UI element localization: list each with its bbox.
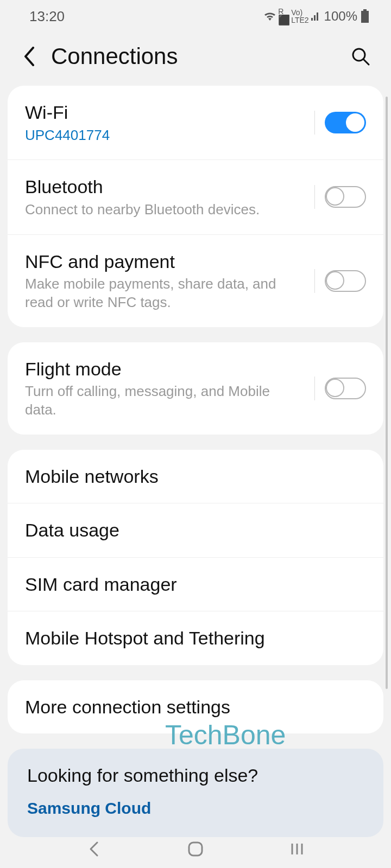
divider	[314, 185, 315, 209]
status-time: 13:20	[29, 8, 65, 25]
nfc-toggle[interactable]	[325, 270, 366, 292]
scrollbar[interactable]	[386, 97, 388, 689]
row-title: Bluetooth	[25, 175, 305, 199]
settings-group: Wi-FiUPC4401774BluetoothConnect to nearb…	[8, 86, 383, 327]
roaming-indicator: R⬛	[278, 8, 290, 25]
svg-rect-0	[363, 9, 367, 11]
row-body: Flight modeTurn off calling, messaging, …	[25, 358, 305, 419]
signal-icon	[310, 11, 321, 22]
toggle-thumb	[326, 271, 344, 290]
status-right: R⬛ Vo)LTE2 100%	[263, 8, 369, 25]
row-bluetooth[interactable]: BluetoothConnect to nearby Bluetooth dev…	[8, 159, 383, 234]
row-body: SIM card manager	[25, 573, 366, 596]
status-bar: 13:20 R⬛ Vo)LTE2 100%	[0, 0, 391, 33]
flight-mode-toggle[interactable]	[325, 378, 366, 399]
wifi-toggle[interactable]	[325, 112, 366, 133]
row-more-connection-settings[interactable]: More connection settings	[8, 680, 383, 734]
bluetooth-toggle[interactable]	[325, 186, 366, 208]
row-body: Mobile networks	[25, 465, 366, 488]
svg-point-2	[353, 49, 365, 61]
svg-rect-1	[361, 11, 369, 23]
row-subtitle: UPC4401774	[25, 126, 305, 145]
nav-back-button[interactable]	[78, 838, 110, 860]
nav-recents-button[interactable]	[281, 838, 313, 860]
row-sim-card-manager[interactable]: SIM card manager	[8, 557, 383, 611]
nav-home-icon	[187, 841, 204, 857]
row-body: Data usage	[25, 519, 366, 542]
suggestion-card: Looking for something else? Samsung Clou…	[8, 749, 383, 837]
row-title: More connection settings	[25, 695, 366, 719]
divider	[314, 269, 315, 293]
nav-back-icon	[87, 841, 100, 857]
row-flight-mode[interactable]: Flight modeTurn off calling, messaging, …	[8, 342, 383, 435]
page-title: Connections	[51, 43, 338, 69]
row-mobile-networks[interactable]: Mobile networks	[8, 450, 383, 503]
suggestion-link-samsung-cloud[interactable]: Samsung Cloud	[27, 799, 364, 818]
toggle-wrap	[305, 185, 366, 209]
row-subtitle: Connect to nearby Bluetooth devices.	[25, 201, 305, 219]
toggle-wrap	[305, 376, 366, 400]
row-body: Mobile Hotspot and Tethering	[25, 627, 366, 650]
search-button[interactable]	[349, 44, 373, 68]
search-icon	[351, 47, 370, 66]
svg-line-3	[364, 60, 369, 65]
settings-group: Flight modeTurn off calling, messaging, …	[8, 342, 383, 435]
nav-recents-icon	[289, 841, 305, 857]
header: Connections	[0, 33, 391, 86]
row-data-usage[interactable]: Data usage	[8, 503, 383, 557]
row-title: Wi-Fi	[25, 101, 305, 124]
row-title: Mobile Hotspot and Tethering	[25, 627, 366, 650]
row-subtitle: Turn off calling, messaging, and Mobile …	[25, 382, 305, 419]
status-icons: R⬛ Vo)LTE2	[263, 8, 320, 25]
back-button[interactable]	[18, 46, 40, 67]
divider	[314, 376, 315, 400]
row-title: Mobile networks	[25, 465, 366, 488]
toggle-wrap	[305, 111, 366, 135]
row-hotspot-tethering[interactable]: Mobile Hotspot and Tethering	[8, 611, 383, 665]
toggle-thumb	[326, 187, 344, 206]
row-body: BluetoothConnect to nearby Bluetooth dev…	[25, 175, 305, 219]
row-body: Wi-FiUPC4401774	[25, 101, 305, 144]
nav-home-button[interactable]	[179, 838, 212, 860]
volte-indicator: Vo)LTE2	[291, 9, 308, 24]
chevron-left-icon	[23, 47, 35, 66]
row-title: NFC and payment	[25, 250, 305, 273]
row-body: NFC and paymentMake mobile payments, sha…	[25, 250, 305, 312]
toggle-thumb	[346, 113, 364, 132]
row-wifi[interactable]: Wi-FiUPC4401774	[8, 86, 383, 159]
battery-icon	[361, 9, 369, 23]
battery-percent: 100%	[324, 9, 357, 24]
wifi-icon	[263, 11, 277, 22]
row-nfc[interactable]: NFC and paymentMake mobile payments, sha…	[8, 234, 383, 327]
toggle-thumb	[326, 379, 344, 397]
row-body: More connection settings	[25, 695, 366, 719]
svg-rect-4	[189, 843, 202, 856]
row-title: Flight mode	[25, 358, 305, 381]
navigation-bar	[0, 830, 391, 868]
row-title: Data usage	[25, 519, 366, 542]
row-title: SIM card manager	[25, 573, 366, 596]
toggle-wrap	[305, 269, 366, 293]
settings-group: Mobile networksData usageSIM card manage…	[8, 450, 383, 665]
suggestion-title: Looking for something else?	[27, 765, 364, 786]
row-subtitle: Make mobile payments, share data, and re…	[25, 275, 305, 312]
divider	[314, 111, 315, 135]
settings-group: More connection settings	[8, 680, 383, 734]
